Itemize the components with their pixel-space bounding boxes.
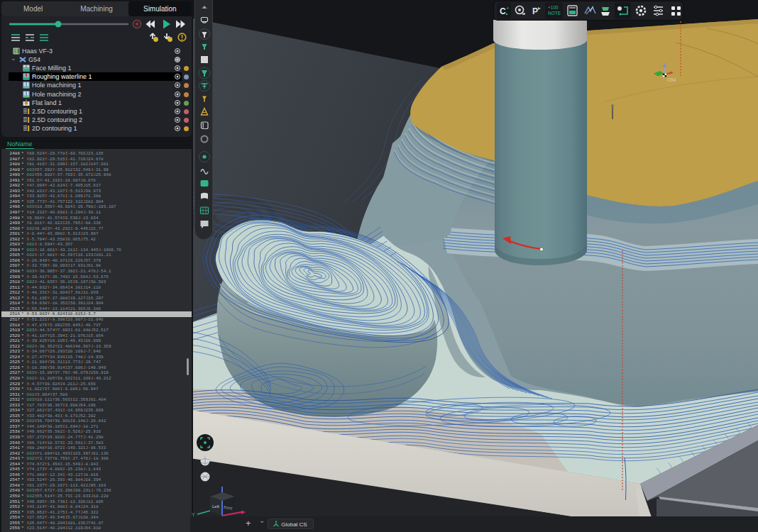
svg-text:NOTE: NOTE xyxy=(548,11,561,16)
svg-text:C: C xyxy=(500,6,506,16)
svg-text:P: P xyxy=(532,6,538,16)
svg-text:G54: G54 xyxy=(667,77,676,82)
svg-text:+100: +100 xyxy=(548,5,559,10)
svg-text:Left: Left xyxy=(212,504,219,509)
svg-text:+: + xyxy=(506,5,510,11)
